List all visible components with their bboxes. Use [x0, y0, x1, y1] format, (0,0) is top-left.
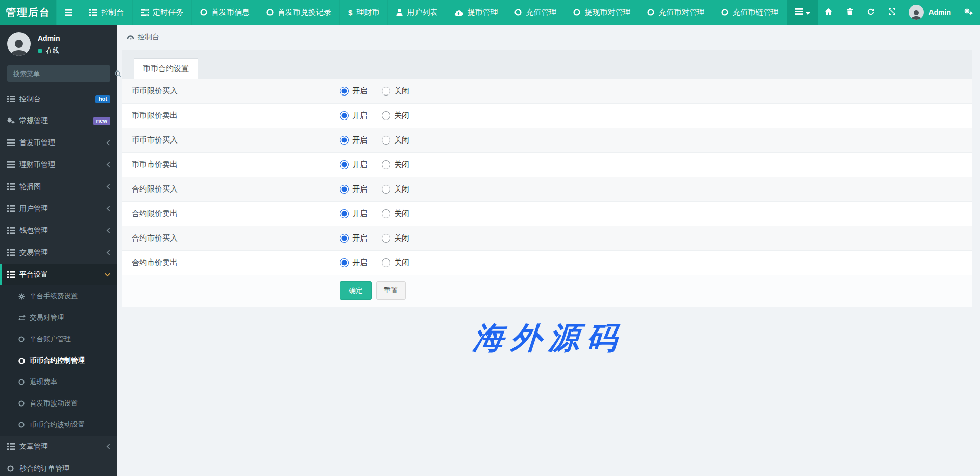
radio-unchecked-icon[interactable] — [382, 111, 390, 120]
nav-overflow-dropdown[interactable] — [787, 0, 818, 25]
radio-unchecked-icon[interactable] — [382, 234, 390, 243]
radio-checked-icon[interactable] — [340, 185, 349, 194]
sidebar-subitem-ico-volatility[interactable]: 首发币波动设置 — [0, 393, 117, 414]
radio-option-off[interactable]: 关闭 — [382, 160, 409, 170]
sidebar-item-platform-settings[interactable]: 平台设置 — [0, 264, 117, 285]
bars-icon — [65, 9, 72, 16]
nav-item-recharge[interactable]: 充值管理 — [506, 0, 565, 25]
sidebar-subitem-platform-fees[interactable]: 平台手续费设置 — [0, 285, 117, 307]
dashboard-icon — [127, 33, 134, 41]
sidebar-subitem-trading-pairs[interactable]: 交易对管理 — [0, 307, 117, 328]
brand-title: 管理后台 — [0, 0, 56, 25]
chevron-left-icon — [106, 184, 110, 189]
admin-name: Admin — [928, 8, 951, 16]
watermark-text: 海外源码 — [117, 318, 980, 359]
sidebar-toggle-button[interactable] — [56, 0, 81, 25]
list-icon — [7, 205, 19, 212]
sidebar-item-carousel[interactable]: 轮播图 — [0, 176, 117, 198]
radio-option-on[interactable]: 开启 — [340, 135, 368, 145]
radio-option-on[interactable]: 开启 — [340, 160, 368, 170]
radio-unchecked-icon[interactable] — [382, 87, 390, 96]
radio-checked-icon[interactable] — [340, 258, 349, 267]
fullscreen-button[interactable] — [881, 0, 902, 25]
radio-checked-icon[interactable] — [340, 234, 349, 243]
refresh-button[interactable] — [860, 0, 881, 25]
home-button[interactable] — [818, 0, 840, 25]
radio-unchecked-icon[interactable] — [382, 258, 390, 267]
radio-unchecked-icon[interactable] — [382, 136, 390, 145]
nav-item-recharge-chain[interactable]: 充值币链管理 — [713, 0, 787, 25]
radio-unchecked-icon[interactable] — [382, 185, 390, 194]
form-row: 合约限价买入 开启 关闭 — [122, 177, 972, 202]
caret-down-icon — [806, 8, 810, 16]
list-icon — [7, 249, 19, 256]
radio-option-off[interactable]: 关闭 — [382, 184, 409, 194]
clear-cache-button[interactable] — [840, 0, 860, 25]
sidebar-item-user-manage[interactable]: 用户管理 — [0, 198, 117, 220]
radio-option-on[interactable]: 开启 — [340, 86, 368, 96]
radio-option-on[interactable]: 开启 — [340, 233, 368, 243]
nav-item-withdraw-coin[interactable]: 提币管理 — [446, 0, 506, 25]
settings-button[interactable] — [957, 0, 980, 25]
radio-unchecked-icon[interactable] — [382, 160, 390, 169]
nav-item-console[interactable]: 控制台 — [81, 0, 133, 25]
radio-option-on[interactable]: 开启 — [340, 258, 368, 268]
nav-item-user-list[interactable]: 用户列表 — [388, 0, 446, 25]
breadcrumb: 控制台 — [117, 25, 980, 49]
sidebar-item-general[interactable]: 常规管理 new — [0, 110, 117, 132]
radio-option-off[interactable]: 关闭 — [382, 111, 409, 121]
radio-option-off[interactable]: 关闭 — [382, 209, 409, 219]
radio-checked-icon[interactable] — [340, 160, 349, 169]
list-icon — [7, 161, 19, 168]
form-row: 合约市价买入 开启 关闭 — [122, 226, 972, 251]
sidebar-item-wallet-manage[interactable]: 钱包管理 — [0, 220, 117, 242]
radio-unchecked-icon[interactable] — [382, 209, 390, 218]
reset-button[interactable]: 重置 — [376, 281, 406, 300]
form-row: 合约限价卖出 开启 关闭 — [122, 202, 972, 226]
nav-item-recharge-pairs[interactable]: 充值币对管理 — [639, 0, 713, 25]
radio-option-off[interactable]: 关闭 — [382, 233, 409, 243]
sidebar-subitem-platform-accounts[interactable]: 平台账户管理 — [0, 328, 117, 350]
admin-avatar — [909, 5, 924, 20]
radio-checked-icon[interactable] — [340, 209, 349, 218]
search-input[interactable] — [7, 70, 109, 78]
radio-checked-icon[interactable] — [340, 136, 349, 145]
sidebar-item-article-manage[interactable]: 文章管理 — [0, 436, 117, 458]
sidebar-item-trade-manage[interactable]: 交易管理 — [0, 242, 117, 264]
sidebar-item-second-contract-orders[interactable]: 秒合约订单管理 — [0, 458, 117, 476]
radio-option-off[interactable]: 关闭 — [382, 86, 409, 96]
sidebar-item-wealth-manage[interactable]: 理财币管理 — [0, 154, 117, 176]
confirm-button[interactable]: 确定 — [340, 281, 372, 300]
main-content: 控制台 币币合约设置 币币限价买入 开启 关闭 币币限价卖出 开启 关闭 币币市… — [117, 25, 980, 476]
admin-menu[interactable]: Admin — [902, 0, 957, 25]
search-icon[interactable] — [109, 70, 127, 77]
radio-option-off[interactable]: 关闭 — [382, 135, 409, 145]
tab-coin-contract-settings[interactable]: 币币合约设置 — [134, 58, 198, 79]
sidebar-menu: 控制台 hot 常规管理 new 首发币管理 理财币管理 — [0, 88, 117, 476]
circle-icon — [647, 9, 654, 16]
radio-option-off[interactable]: 关闭 — [382, 258, 409, 268]
hot-badge: hot — [95, 95, 110, 103]
radio-option-on[interactable]: 开启 — [340, 209, 368, 219]
sidebar-subitem-coin-contract-control[interactable]: 币币合约控制管理 — [0, 350, 117, 371]
sidebar-search — [7, 65, 110, 82]
nav-item-withdraw-pairs[interactable]: 提现币对管理 — [565, 0, 639, 25]
nav-item-ico-exchange-records[interactable]: 首发币兑换记录 — [258, 0, 340, 25]
chevron-left-icon — [106, 444, 110, 449]
nav-item-wealth-coin[interactable]: $ 理财币 — [340, 0, 388, 25]
sidebar-subitem-cashback-rate[interactable]: 返现费率 — [0, 371, 117, 393]
form-actions: 确定 重置 — [122, 275, 972, 307]
radio-option-on[interactable]: 开启 — [340, 111, 368, 121]
nav-item-cron-tasks[interactable]: 定时任务 — [133, 0, 192, 25]
sidebar-subitem-contract-volatility[interactable]: 币币合约波动设置 — [0, 414, 117, 436]
circle-icon — [18, 358, 30, 364]
refresh-icon — [867, 8, 874, 17]
radio-option-on[interactable]: 开启 — [340, 184, 368, 194]
sidebar-item-console[interactable]: 控制台 hot — [0, 88, 117, 110]
radio-checked-icon[interactable] — [340, 111, 349, 120]
radio-checked-icon[interactable] — [340, 87, 349, 96]
chevron-down-icon — [105, 273, 110, 277]
sidebar-item-ico-manage[interactable]: 首发币管理 — [0, 132, 117, 154]
trash-icon — [847, 8, 853, 17]
nav-item-ico-info[interactable]: 首发币信息 — [192, 0, 258, 25]
